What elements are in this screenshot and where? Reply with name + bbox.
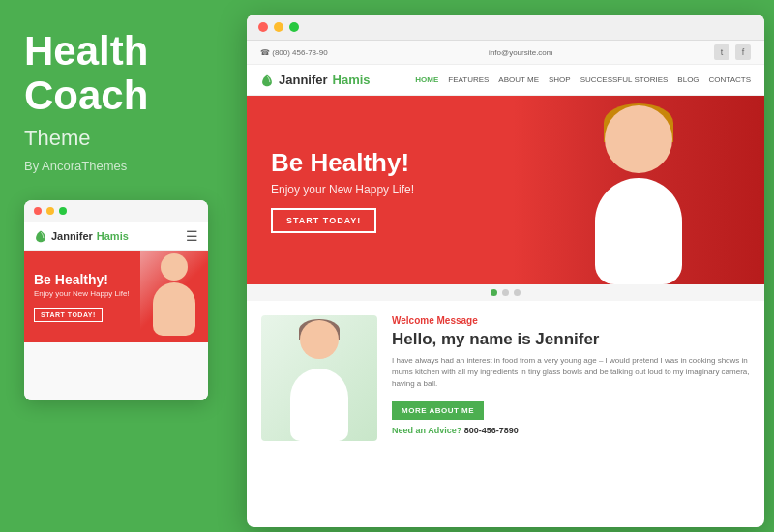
slider-dot-1[interactable] [491,289,497,296]
mobile-dot-red [34,207,42,215]
advice-label: Need an Advice? [392,426,461,435]
desktop-dot-yellow [274,22,283,32]
site-hero: Be Healthy! Enjoy your New Happy Life! S… [247,96,764,284]
desktop-content: ☎ (800) 456-78-90 info@yoursite.com t f … [247,41,764,456]
nav-stories[interactable]: SUCCESSFUL STORIES [580,75,669,84]
leaf-icon [34,229,47,243]
desktop-title-bar [247,15,764,41]
theme-title: Health Coach [24,29,213,118]
jennifer-image [261,315,377,441]
desktop-dot-red [258,22,268,32]
jennifer-heading: Hello, my name is Jennifer [392,330,750,349]
nav-home[interactable]: HOME [415,75,438,84]
site-leaf-icon [260,74,274,87]
mobile-title-bar [24,200,208,222]
mobile-mockup: Jannifer Hamis ☰ Be Healthy! Enjoy your … [24,200,208,400]
jennifer-body: I have always had an interest in food fr… [392,355,750,390]
site-hero-person [513,96,764,284]
nav-contacts[interactable]: CONTACTS [709,75,751,84]
site-email: info@yoursite.com [489,48,552,57]
phone-number: 800-456-7890 [464,426,519,435]
mobile-nav: Jannifer Hamis ☰ [24,222,208,251]
slider-dot-3[interactable] [514,289,521,296]
nav-blog[interactable]: BLOG [677,75,699,84]
desktop-dot-green [289,22,299,32]
site-logo: Jannifer Hamis [260,73,371,87]
theme-by: By AncoraThemes [24,159,213,173]
hamburger-icon[interactable]: ☰ [186,228,198,244]
mobile-dot-yellow [46,207,54,215]
site-top-bar: ☎ (800) 456-78-90 info@yoursite.com t f [247,41,764,65]
site-social: t f [714,44,751,60]
theme-subtitle: Theme [24,126,213,151]
mobile-below [24,342,208,400]
site-hero-content: Be Healthy! Enjoy your New Happy Life! S… [247,129,438,252]
hero-sub: Enjoy your New Happy Life! [271,183,414,196]
mobile-hero-person [140,251,208,342]
mobile-hero-text: Be Healthy! Enjoy your New Happy Life! S… [34,272,130,322]
slider-dots [247,284,764,301]
nav-features[interactable]: FEATURES [448,75,489,84]
site-nav: Jannifer Hamis HOME FEATURES ABOUT ME SH… [247,65,764,96]
nav-shop[interactable]: SHOP [549,75,571,84]
site-phone: ☎ (800) 456-78-90 [260,48,328,57]
mobile-dot-green [59,207,67,215]
mobile-logo: Jannifer Hamis [34,229,129,243]
slider-dot-2[interactable] [502,289,509,296]
welcome-label: Welcome Message [392,315,750,326]
hero-start-button[interactable]: START TODAY! [271,208,376,233]
site-below-content: Welcome Message Hello, my name is Jennif… [247,301,764,456]
jennifer-text-block: Welcome Message Hello, my name is Jennif… [392,315,750,441]
twitter-icon[interactable]: t [714,44,729,60]
mobile-start-button[interactable]: START TODAY! [34,308,103,322]
desktop-mockup: ☎ (800) 456-78-90 info@yoursite.com t f … [247,15,764,527]
more-about-button[interactable]: MORE ABOUT ME [392,401,484,420]
facebook-icon[interactable]: f [735,44,751,60]
advice-line: Need an Advice? 800-456-7890 [392,426,750,435]
site-nav-links: HOME FEATURES ABOUT ME SHOP SUCCESSFUL S… [415,75,751,84]
mobile-hero: Be Healthy! Enjoy your New Happy Life! S… [24,251,208,342]
nav-about[interactable]: ABOUT ME [498,75,539,84]
hero-heading: Be Healthy! [271,148,414,178]
left-panel: Health Coach Theme By AncoraThemes Janni… [0,0,237,532]
